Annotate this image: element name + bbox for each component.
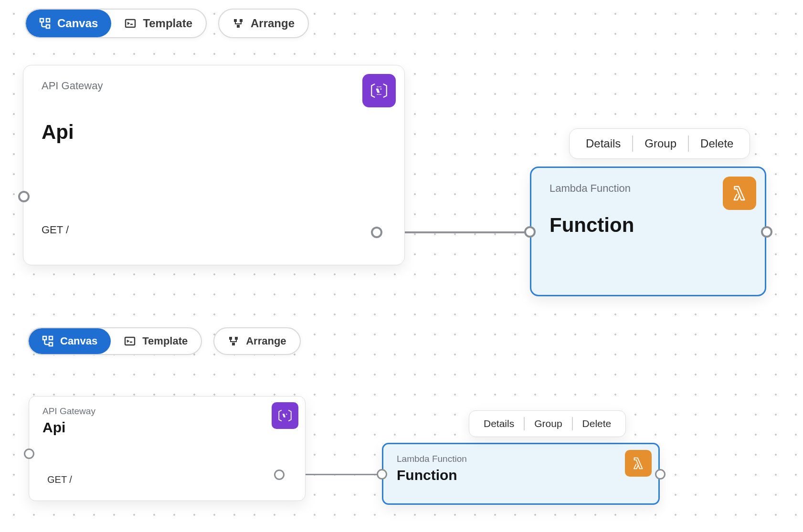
node-lambda-function[interactable]: Lambda Function Function — [530, 167, 766, 296]
context-group[interactable]: Group — [525, 410, 571, 437]
canvas-tab-label: Canvas — [60, 335, 97, 347]
view-mode-segment: Canvas Template — [28, 327, 202, 355]
node-port-left[interactable] — [24, 449, 34, 459]
canvas-tab[interactable]: Canvas — [29, 328, 111, 354]
canvas-icon — [42, 335, 53, 347]
context-details[interactable]: Details — [474, 410, 524, 437]
node-type-label: API Gateway — [42, 80, 390, 92]
node-port-right[interactable] — [655, 469, 666, 480]
node-port-left[interactable] — [377, 469, 387, 480]
svg-rect-1 — [46, 19, 50, 22]
template-tab-label: Template — [142, 335, 188, 347]
svg-rect-10 — [125, 337, 135, 345]
node-api-gateway[interactable]: API Gateway Api GET / — [23, 65, 405, 265]
canvas-tab-label: Canvas — [57, 17, 98, 30]
context-delete[interactable]: Delete — [689, 128, 745, 159]
arrange-button[interactable]: Arrange — [214, 328, 299, 354]
node-type-label: Lambda Function — [549, 182, 750, 195]
svg-rect-13 — [232, 343, 235, 345]
svg-rect-0 — [40, 19, 43, 22]
toolbar: Canvas Template Arrange — [25, 9, 309, 38]
arrange-segment: Arrange — [218, 9, 309, 38]
node-endpoint: GET / — [47, 474, 72, 485]
context-delete[interactable]: Delete — [573, 410, 621, 437]
svg-rect-6 — [237, 25, 240, 28]
template-tab-label: Template — [143, 17, 192, 30]
node-context-menu: Details Group Delete — [469, 410, 626, 437]
lambda-icon — [723, 177, 756, 210]
api-gateway-icon — [362, 74, 396, 107]
node-port-left[interactable] — [18, 191, 30, 202]
svg-rect-3 — [126, 20, 135, 27]
lambda-icon — [625, 450, 652, 477]
node-name: Function — [397, 467, 647, 483]
context-details[interactable]: Details — [574, 128, 632, 159]
node-api-gateway[interactable]: API Gateway Api GET / — [29, 396, 306, 501]
svg-rect-9 — [49, 343, 53, 346]
template-tab[interactable]: Template — [111, 10, 206, 37]
template-icon — [124, 335, 136, 347]
svg-rect-11 — [229, 337, 232, 340]
node-port-left[interactable] — [524, 226, 536, 238]
node-name: Api — [42, 121, 390, 144]
svg-rect-12 — [235, 337, 238, 340]
node-name: Api — [42, 419, 294, 436]
node-context-menu: Details Group Delete — [569, 128, 750, 159]
node-port-right[interactable] — [761, 226, 772, 238]
node-lambda-function[interactable]: Lambda Function Function — [382, 443, 660, 505]
view-mode-segment: Canvas Template — [25, 9, 207, 38]
context-group[interactable]: Group — [633, 128, 688, 159]
canvas-icon — [39, 18, 51, 29]
node-type-label: Lambda Function — [397, 454, 647, 464]
svg-rect-2 — [46, 25, 50, 28]
api-gateway-icon — [272, 402, 298, 429]
node-name: Function — [549, 214, 750, 237]
svg-rect-4 — [234, 19, 237, 22]
arrange-icon — [232, 18, 244, 29]
arrange-button-label: Arrange — [246, 335, 286, 347]
node-type-label: API Gateway — [42, 406, 294, 417]
svg-rect-8 — [49, 336, 53, 340]
svg-rect-5 — [240, 19, 243, 22]
template-tab[interactable]: Template — [111, 328, 201, 354]
arrange-button-label: Arrange — [251, 17, 295, 30]
toolbar: Canvas Template Arrange — [28, 327, 301, 355]
svg-rect-7 — [43, 336, 46, 340]
arrange-icon — [228, 335, 239, 347]
node-port-right[interactable] — [371, 227, 382, 238]
node-port-right[interactable] — [274, 469, 285, 480]
arrange-button[interactable]: Arrange — [219, 10, 308, 37]
canvas-tab[interactable]: Canvas — [26, 10, 111, 37]
node-endpoint: GET / — [42, 224, 69, 236]
template-icon — [125, 18, 136, 29]
arrange-segment: Arrange — [213, 327, 300, 355]
